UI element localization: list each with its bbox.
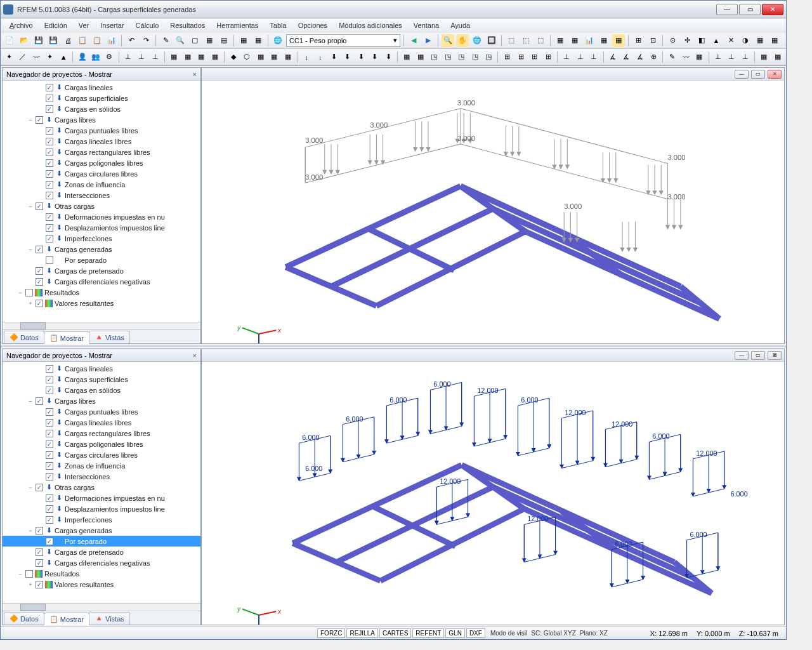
tb2-oo-icon[interactable]: ⊥ [588,51,599,63]
expander-icon[interactable]: − [27,527,34,534]
expander-icon[interactable] [37,149,44,156]
tree-item-otras_cargas[interactable]: −✓⬇Otras cargas [3,201,200,211]
tb2-b-icon[interactable]: ／ [16,51,28,63]
tb-c-icon[interactable]: ▢ [188,34,201,47]
checkbox[interactable]: ✓ [46,473,53,481]
menu-ventana[interactable]: Ventana [409,20,444,30]
expander-icon[interactable] [37,192,44,199]
tree-item-cargas_libres[interactable]: −✓⬇Cargas libres [3,395,200,406]
menu-herramientas[interactable]: Herramientas [211,20,263,30]
tab-vistas[interactable]: 🔺Vistas [89,331,130,343]
tb2-ff-icon[interactable]: ◳ [455,51,467,63]
tb-a-icon[interactable]: ✎ [159,34,172,47]
expander-icon[interactable] [37,441,44,448]
menu-archivo[interactable]: Archivo [4,20,38,30]
vp-close-icon[interactable]: ✕ [768,70,782,79]
tree-item-cargas_libres[interactable]: −✓⬇Cargas libres [3,114,200,125]
tb-r2-icon[interactable]: ▦ [568,34,581,47]
expander-icon[interactable]: − [27,484,34,491]
tb2-gg-icon[interactable]: ◳ [469,51,481,63]
checkbox[interactable]: ✓ [46,462,53,470]
tree-item-imperfecciones[interactable]: ✓⬇Imperfecciones [3,514,200,525]
tree-item-cargas_en_solidos[interactable]: ✓⬇Cargas en sólidos [3,385,200,395]
expander-icon[interactable] [37,235,44,242]
checkbox[interactable]: ✓ [46,419,53,427]
checkbox[interactable]: ✓ [36,484,43,491]
tree-item-resultados[interactable]: −✓Resultados [3,287,200,298]
tree-item-cargas_rectangulares_libres[interactable]: ✓⬇Cargas rectangulares libres [3,147,200,157]
loadcase-select[interactable]: CC1 - Peso propio▾ [286,34,400,47]
checkbox[interactable]: ✓ [36,527,43,534]
menu-resultados[interactable]: Resultados [165,20,210,30]
status-cartes[interactable]: CARTES [379,628,411,638]
tb-v1-icon[interactable]: ⬚ [505,34,518,47]
tb2-h-icon[interactable]: ⚙ [103,51,115,63]
checkbox[interactable]: ✓ [46,494,53,502]
tb-paste-icon[interactable]: 📋 [91,34,103,47]
tree-item-otras_cargas[interactable]: −✓⬇Otras cargas [3,482,200,493]
tb-redo-icon[interactable]: ↷ [140,34,152,47]
tree-item-cargas_circulares_libres[interactable]: ✓⬇Cargas circulares libres [3,168,200,179]
tb-t1-icon[interactable]: ⊞ [632,34,645,47]
vp-max-icon[interactable]: ▭ [751,70,765,79]
tb-f-icon[interactable]: ▦ [237,34,250,47]
menu-modulos[interactable]: Módulos adicionales [334,20,407,30]
status-rejilla[interactable]: REJILLA [346,628,377,638]
checkbox[interactable]: ✓ [36,559,43,567]
canvas-bottom[interactable]: 6.0006.0006.0006.00012.0006.00012.00012.… [202,362,784,625]
expander-icon[interactable] [37,365,44,373]
expander-icon[interactable] [37,376,44,383]
tree-item-cargas_lineales[interactable]: ✓⬇Cargas lineales [3,82,200,93]
checkbox[interactable]: ✓ [46,365,53,373]
tree-item-cargas_lineales[interactable]: ✓⬇Cargas lineales [3,363,200,374]
checkbox[interactable]: ✓ [36,278,43,286]
tb-m2-icon[interactable]: ✋ [456,34,469,47]
expander-icon[interactable]: − [27,116,34,124]
expander-icon[interactable] [37,473,44,481]
expander-icon[interactable] [37,408,44,416]
checkbox[interactable]: ✓ [46,538,53,545]
tb2-w-icon[interactable]: ⬇ [328,51,339,63]
expander-icon[interactable]: − [27,246,34,253]
tree-item-intersecciones[interactable]: ✓⬇Intersecciones [3,190,200,201]
tree-item-resultados[interactable]: −✓Resultados [3,568,200,579]
tb-z1-icon[interactable]: ⊙ [666,34,679,47]
expander-icon[interactable]: − [27,397,34,405]
tree-hscroll-b[interactable] [3,603,200,611]
tree-hscroll[interactable] [3,322,200,329]
tree-item-imperfecciones[interactable]: ✓⬇Imperfecciones [3,233,200,244]
menu-edicion[interactable]: Edición [39,20,72,30]
checkbox[interactable]: ✓ [46,451,53,459]
checkbox[interactable]: ✓ [46,516,53,524]
tb-copy-icon[interactable]: 📋 [76,34,89,47]
tb-z2-icon[interactable]: ✢ [681,34,693,47]
tb-v3-icon[interactable]: ⬚ [534,34,547,47]
tb-plot-icon[interactable]: 📊 [105,34,118,47]
tb2-l-icon[interactable]: ▦ [168,51,180,63]
minimize-button[interactable]: — [716,4,738,15]
checkbox[interactable]: ✓ [46,181,53,189]
tb-z3-icon[interactable]: ◧ [695,34,708,47]
checkbox[interactable]: ✓ [46,170,53,178]
expander-icon[interactable] [27,548,34,556]
tb-v2-icon[interactable]: ⬚ [520,34,532,47]
tb2-ww-icon[interactable]: ⊥ [712,51,724,63]
expander-icon[interactable]: − [16,570,24,578]
checkbox[interactable]: ✓ [46,84,53,91]
tb2-xx-icon[interactable]: ⊥ [726,51,737,63]
expander-icon[interactable] [37,451,44,459]
tb-undo-icon[interactable]: ↶ [125,34,138,47]
tab-datos-b[interactable]: 🔶Datos [4,612,44,625]
tb2-z-icon[interactable]: ⬇ [369,51,380,63]
tree-bottom[interactable]: ✓⬇Cargas lineales✓⬇Cargas superficiales✓… [3,362,200,603]
expander-icon[interactable]: − [27,202,34,210]
tree-item-zonas_de_influencia[interactable]: ✓⬇Zonas de influencia [3,179,200,190]
checkbox[interactable]: ✓ [36,397,43,405]
status-forzc[interactable]: FORZC [317,628,345,638]
tb2-rr-icon[interactable]: ∡ [634,51,645,63]
tb-r3-icon[interactable]: 📊 [583,34,596,47]
canvas-top[interactable]: 3.0003.0003.0003.0003.0003.0003.0003.000… [202,81,784,343]
expander-icon[interactable] [37,105,44,113]
nav-close-icon[interactable]: × [193,70,197,78]
tb2-q-icon[interactable]: ⬡ [241,51,252,63]
